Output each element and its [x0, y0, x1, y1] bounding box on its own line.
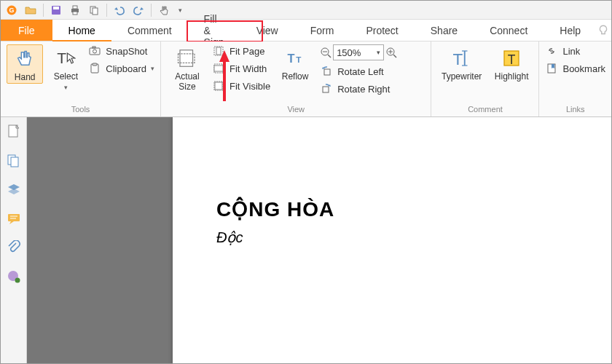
tab-file[interactable]: File	[1, 20, 52, 41]
bookmarks-panel-icon[interactable]	[4, 122, 23, 141]
group-label: Links	[539, 103, 611, 116]
svg-point-11	[93, 50, 97, 53]
rotate-right-button[interactable]: Rotate Right	[320, 82, 397, 95]
svg-line-29	[393, 55, 396, 58]
camera-icon	[88, 44, 101, 58]
rotate-left-button[interactable]: Rotate Left	[320, 65, 397, 78]
group-label: Comment	[431, 103, 538, 116]
svg-rect-32	[324, 69, 330, 75]
reflow-icon: TT	[283, 46, 307, 71]
fit-visible-button[interactable]: Fit Visible	[212, 79, 270, 92]
pages-panel-icon[interactable]	[4, 151, 23, 170]
svg-rect-12	[93, 47, 95, 48]
tab-share[interactable]: Share	[415, 20, 474, 41]
link-button[interactable]: Link	[545, 44, 605, 58]
open-icon[interactable]	[23, 2, 39, 18]
svg-rect-22	[215, 82, 222, 90]
svg-rect-46	[8, 214, 20, 221]
document-page: CỘNG HÒA Độc	[173, 117, 611, 363]
touch-mode-icon[interactable]	[156, 2, 172, 18]
hand-icon	[12, 47, 37, 71]
fit-visible-icon	[212, 79, 225, 92]
svg-text:T: T	[296, 55, 301, 64]
navigation-panel	[1, 117, 27, 363]
svg-text:T: T	[288, 52, 295, 65]
rotate-right-icon	[320, 82, 333, 95]
help-bulb-icon[interactable]	[597, 20, 610, 41]
svg-text:T: T	[508, 52, 516, 67]
tab-form[interactable]: Form	[294, 20, 350, 41]
svg-rect-10	[90, 48, 100, 55]
svg-line-26	[328, 55, 331, 58]
rotate-left-icon	[320, 65, 333, 78]
typewriter-icon: T	[450, 46, 474, 71]
clipboard-icon	[88, 62, 101, 75]
ribbon-tabs: File Home Comment Fill & Sign View Form …	[1, 20, 611, 41]
select-button[interactable]: T Select▾	[47, 44, 84, 92]
svg-rect-14	[93, 63, 97, 66]
doc-subheading: Độc	[216, 229, 611, 246]
print-icon[interactable]	[67, 2, 83, 18]
quick-access-toolbar: G ▾	[1, 1, 611, 20]
fit-page-button[interactable]: Fit Page	[212, 44, 270, 58]
tab-comment[interactable]: Comment	[111, 20, 188, 41]
group-label: View	[161, 103, 431, 116]
chevron-down-icon: ▾	[377, 49, 380, 56]
actual-size-icon	[175, 46, 200, 71]
ribbon-group-comment: T Typewriter T Highlight Comment	[431, 41, 539, 116]
fit-page-icon	[212, 44, 225, 58]
svg-rect-15	[180, 50, 193, 67]
save-icon[interactable]	[48, 2, 64, 18]
document-viewport[interactable]: CỘNG HÒA Độc	[27, 117, 611, 363]
hand-button[interactable]: Hand	[7, 44, 43, 84]
ribbon: Hand T Select▾ SnapShot Clipboard ▾ Tool…	[1, 41, 611, 117]
content-area: CỘNG HÒA Độc	[1, 117, 611, 363]
tab-help[interactable]: Help	[544, 20, 597, 41]
attachments-panel-icon[interactable]	[4, 238, 23, 257]
copy-icon[interactable]	[86, 2, 102, 18]
qat-dropdown-icon[interactable]: ▾	[175, 2, 185, 18]
svg-text:T: T	[452, 50, 463, 68]
svg-rect-3	[53, 7, 59, 9]
snapshot-button[interactable]: SnapShot	[88, 44, 154, 58]
app-icon[interactable]: G	[4, 2, 20, 18]
zoom-out-icon[interactable]	[320, 47, 332, 58]
highlight-icon: T	[499, 46, 524, 71]
svg-rect-8	[93, 8, 98, 15]
clipboard-button[interactable]: Clipboard ▾	[88, 62, 154, 75]
chevron-down-icon: ▾	[64, 84, 68, 91]
svg-rect-20	[214, 66, 223, 71]
svg-rect-6	[73, 12, 77, 15]
tab-home[interactable]: Home	[52, 20, 111, 41]
actual-size-button[interactable]: Actual Size	[167, 44, 208, 92]
ribbon-group-tools: Hand T Select▾ SnapShot Clipboard ▾ Tool…	[1, 41, 161, 116]
svg-text:T: T	[58, 50, 67, 66]
svg-rect-33	[323, 87, 329, 92]
svg-rect-18	[216, 47, 221, 55]
zoom-in-icon[interactable]	[385, 47, 397, 58]
tab-view[interactable]: View	[240, 20, 294, 41]
highlight-button[interactable]: T Highlight	[490, 44, 533, 82]
reflow-button[interactable]: TT Reflow	[275, 44, 315, 82]
svg-rect-5	[73, 6, 77, 9]
undo-icon[interactable]	[111, 2, 128, 18]
tab-connect[interactable]: Connect	[474, 20, 544, 41]
svg-text:G: G	[9, 7, 14, 14]
svg-rect-45	[11, 157, 18, 167]
typewriter-button[interactable]: T Typewriter	[437, 44, 485, 82]
redo-icon[interactable]	[130, 2, 146, 18]
ribbon-group-view: Actual Size Fit Page Fit Width Fit Visib…	[161, 41, 431, 116]
group-label: Tools	[1, 103, 160, 116]
fit-width-button[interactable]: Fit Width	[212, 62, 270, 75]
zoom-select[interactable]: 150%▾	[333, 44, 384, 60]
bookmark-button[interactable]: Bookmark	[545, 62, 605, 75]
fit-width-icon	[212, 62, 225, 75]
signatures-panel-icon[interactable]	[4, 267, 23, 286]
svg-point-50	[15, 278, 20, 283]
comments-panel-icon[interactable]	[4, 209, 23, 228]
tab-protect[interactable]: Protect	[350, 20, 414, 41]
link-icon	[545, 44, 558, 58]
tab-fill-sign[interactable]: Fill & Sign	[188, 20, 240, 41]
bookmark-icon	[545, 62, 558, 75]
layers-panel-icon[interactable]	[4, 180, 23, 199]
